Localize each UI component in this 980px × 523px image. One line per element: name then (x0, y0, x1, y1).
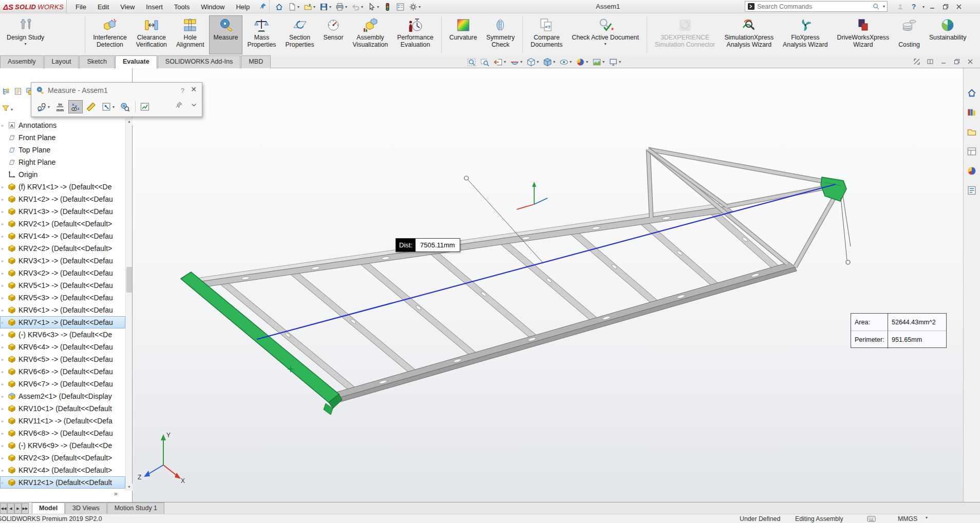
tab-scroll-first[interactable]: ◀◀ (0, 503, 7, 514)
filter-funnel-icon[interactable] (2, 104, 10, 114)
measure-history-tool[interactable] (118, 100, 132, 113)
search-caret[interactable]: ▾ (883, 4, 885, 9)
display-style-icon[interactable]: ▾ (541, 57, 557, 67)
section-view-icon[interactable]: ▾ (508, 57, 524, 67)
panel-expand-arrow[interactable]: » (114, 490, 118, 497)
ribbon-simulationxpress-button[interactable]: SimulationXpress Analysis Wizard (720, 15, 778, 54)
measure-dialog[interactable]: Measure - Assem1 ? ✕ ▾inmmxyz▾ (31, 82, 202, 117)
tree-item-6[interactable]: ▸(f) KRV1<1> -> (Default<<De (0, 181, 125, 193)
units-in-mm-tool[interactable]: inmm (53, 100, 67, 113)
ribbon-curvature-button[interactable]: Curvature (445, 15, 482, 54)
show-xyz-tool[interactable]: xyz (68, 100, 83, 113)
home-button[interactable] (274, 1, 285, 12)
pin-dialog-icon[interactable] (175, 101, 183, 111)
open-button[interactable]: ▾ (303, 1, 316, 12)
scroll-up-arrow[interactable]: ▲ (126, 118, 133, 125)
tab-solidworks-add-ins[interactable]: SOLIDWORKS Add-Ins (158, 55, 241, 68)
view-palette-icon[interactable] (967, 146, 977, 159)
tree-item-4[interactable]: Right Plane (0, 156, 125, 168)
doc-minimize-icon[interactable] (938, 56, 949, 67)
help-caret[interactable]: ▾ (922, 5, 925, 9)
tree-item-23[interactable]: ▸Assem2<1> (Default<Display (0, 390, 125, 402)
pin-menu-icon[interactable] (255, 2, 271, 12)
ribbon-compare-documents-button[interactable]: =?Compare Documents (526, 15, 567, 54)
measure-close-button[interactable]: ✕ (191, 85, 197, 93)
tree-item-16[interactable]: ▸KRV6<1> -> (Default<<Defau (0, 304, 125, 316)
tab-scroll-right[interactable]: ▶ (14, 503, 22, 514)
tree-item-19[interactable]: ▸KRV6<4> -> (Default<<Defau (0, 341, 125, 353)
custom-properties-icon[interactable] (967, 185, 977, 198)
ribbon-interference-detection-button[interactable]: Interference Detection (88, 15, 131, 54)
tab-scroll-left[interactable]: ◀ (7, 503, 14, 514)
measure-dialog-titlebar[interactable]: Measure - Assem1 ? ✕ (31, 83, 202, 98)
tab-layout[interactable]: Layout (44, 55, 79, 68)
arc-measure-tool[interactable]: ▾ (34, 100, 52, 113)
tree-item-17[interactable]: ▸KRV7<1> -> (Default<<Defau (0, 316, 125, 328)
tab-assembly[interactable]: Assembly (0, 55, 44, 68)
menu-help[interactable]: Help (230, 1, 255, 13)
ribbon-clearance-verification-button[interactable]: Clearance Verification (131, 15, 172, 54)
feature-tree-tab-icon[interactable] (2, 87, 10, 98)
tree-scrollbar[interactable]: ▲ ▼ (125, 118, 132, 491)
rebuild-button[interactable] (382, 1, 393, 12)
tab-sketch[interactable]: Sketch (79, 55, 115, 68)
view-settings-icon[interactable]: ▾ (607, 57, 623, 67)
tree-item-2[interactable]: Front Plane (0, 131, 125, 144)
ribbon-3dexperience-connector-button[interactable]: 3DEXPERIENCE Simulation Connector (650, 15, 720, 54)
zoom-area-icon[interactable] (478, 57, 492, 67)
tree-item-7[interactable]: ▸KRV1<2> -> (Default<<Defau (0, 193, 125, 205)
dialog-expand-chevron[interactable] (190, 101, 198, 111)
search-commands-box[interactable]: ▾ (745, 1, 888, 12)
hide-show-items-icon[interactable]: ▾ (557, 57, 574, 67)
solidworks-resources-icon[interactable] (967, 88, 977, 100)
login-user-icon[interactable] (895, 2, 906, 12)
minimize-window-icon[interactable] (927, 2, 938, 12)
tab-mbd[interactable]: MBD (241, 55, 271, 68)
property-manager-tab-icon[interactable] (14, 87, 22, 98)
tab-scroll-last[interactable]: ▶▶ (22, 503, 29, 514)
ribbon-mass-properties-button[interactable]: Mass Properties (242, 15, 280, 54)
menu-view[interactable]: View (115, 1, 140, 13)
design-study-caret[interactable]: ▾ (25, 42, 27, 46)
undo-button[interactable]: ▾ (350, 1, 364, 12)
menu-window[interactable]: Window (195, 1, 230, 13)
file-explorer-icon[interactable] (967, 127, 977, 139)
scroll-thumb[interactable] (126, 267, 132, 293)
tree-item-29[interactable]: ▸KRV2<4> (Default<<Default> (0, 464, 125, 476)
doc-restore-icon[interactable] (952, 56, 962, 67)
tree-item-9[interactable]: ▸KRV2<1> (Default<<Default> (0, 218, 125, 230)
tree-item-5[interactable]: Origin (0, 168, 125, 181)
tree-item-12[interactable]: ▸KRV3<1> -> (Default<<Defau (0, 255, 125, 267)
tree-item-27[interactable]: ▸(-) KRV6<9> -> (Default<<De (0, 439, 125, 452)
filter-caret[interactable]: ▾ (11, 107, 13, 112)
check-active-document-caret[interactable]: ▾ (605, 42, 607, 46)
ribbon-sustainability-button[interactable]: Sustainability (925, 15, 971, 54)
tree-item-10[interactable]: ▸KRV1<4> -> (Default<<Defau (0, 230, 125, 242)
ribbon-floxpress-button[interactable]: FloXpress Analysis Wizard (778, 15, 832, 54)
keyboard-icon[interactable] (867, 516, 876, 523)
select-button[interactable]: ▾ (366, 1, 380, 12)
zoom-fit-icon[interactable] (465, 57, 478, 67)
ribbon-symmetry-check-button[interactable]: Symmetry Check (482, 15, 519, 54)
doc-close-icon[interactable] (965, 56, 975, 67)
tree-item-30[interactable]: ▸KRV12<1> (Default<<Default (0, 476, 125, 489)
menu-tools[interactable]: Tools (168, 1, 195, 13)
tree-item-20[interactable]: ▸KRV6<5> -> (Default<<Defau (0, 353, 125, 365)
bottom-tab-model[interactable]: Model (32, 502, 65, 514)
menu-file[interactable]: File (70, 1, 92, 13)
ribbon-performance-evaluation-button[interactable]: Performance Evaluation (392, 15, 438, 54)
save-button[interactable]: ▾ (318, 1, 332, 12)
appearances-scenes-icon[interactable] (967, 166, 977, 178)
measure-caliper-tool[interactable] (84, 100, 98, 113)
ribbon-measure-button[interactable]: Measure (209, 15, 243, 54)
ribbon-costing-button[interactable]: Costing (894, 15, 925, 54)
print-button[interactable]: ▾ (334, 1, 348, 12)
tree-item-1[interactable]: ▸AAnnotations (0, 119, 125, 131)
point-to-point-tool[interactable]: ▾ (99, 100, 117, 113)
ribbon-assembly-visualization-button[interactable]: Assembly Visualization (348, 15, 393, 54)
bottom-tab-3d-views[interactable]: 3D Views (65, 502, 107, 514)
edit-appearance-icon[interactable]: ▾ (574, 57, 590, 67)
apply-scene-icon[interactable]: ▾ (590, 57, 607, 67)
tree-item-24[interactable]: ▸KRV10<1> (Default<<Default (0, 402, 125, 415)
help-icon[interactable]: ? (908, 2, 919, 12)
